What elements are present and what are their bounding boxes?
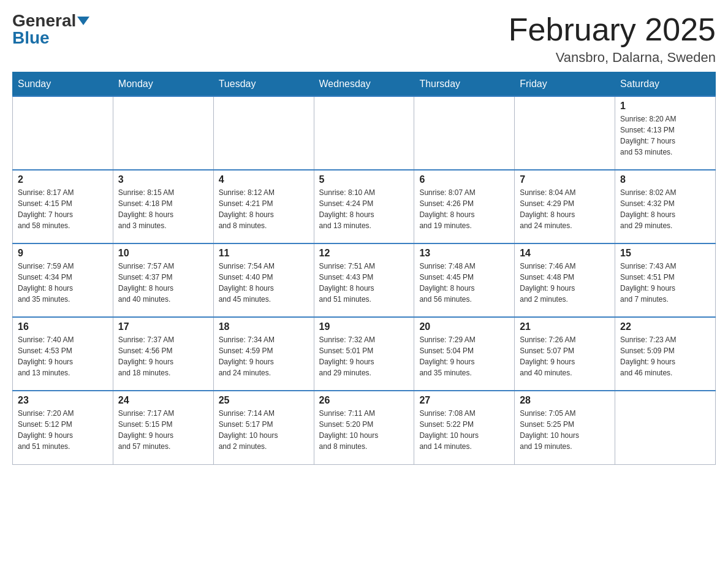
- day-number: 6: [419, 174, 509, 185]
- day-number: 7: [520, 174, 610, 185]
- weekday-header-friday: Friday: [515, 72, 615, 97]
- week-row-1: 1Sunrise: 8:20 AM Sunset: 4:13 PM Daylig…: [13, 96, 716, 170]
- day-number: 22: [620, 321, 710, 332]
- day-info: Sunrise: 7:20 AM Sunset: 5:12 PM Dayligh…: [18, 408, 108, 452]
- day-info: Sunrise: 8:10 AM Sunset: 4:24 PM Dayligh…: [319, 187, 409, 231]
- day-number: 18: [219, 321, 309, 332]
- day-info: Sunrise: 7:05 AM Sunset: 5:25 PM Dayligh…: [520, 408, 610, 452]
- calendar-cell: 22Sunrise: 7:23 AM Sunset: 5:09 PM Dayli…: [615, 317, 716, 391]
- week-row-4: 16Sunrise: 7:40 AM Sunset: 4:53 PM Dayli…: [13, 317, 716, 391]
- calendar-cell: [213, 96, 314, 170]
- day-number: 1: [620, 101, 710, 112]
- week-row-2: 2Sunrise: 8:17 AM Sunset: 4:15 PM Daylig…: [13, 170, 716, 243]
- day-info: Sunrise: 8:12 AM Sunset: 4:21 PM Dayligh…: [219, 187, 309, 231]
- day-number: 16: [18, 321, 108, 332]
- day-number: 28: [520, 395, 610, 406]
- calendar-cell: [113, 96, 213, 170]
- day-info: Sunrise: 7:59 AM Sunset: 4:34 PM Dayligh…: [18, 261, 108, 305]
- calendar-cell: 7Sunrise: 8:04 AM Sunset: 4:29 PM Daylig…: [515, 170, 615, 243]
- day-info: Sunrise: 7:29 AM Sunset: 5:04 PM Dayligh…: [419, 334, 509, 378]
- day-info: Sunrise: 7:37 AM Sunset: 4:56 PM Dayligh…: [118, 334, 208, 378]
- day-info: Sunrise: 8:17 AM Sunset: 4:15 PM Dayligh…: [18, 187, 108, 231]
- weekday-header-thursday: Thursday: [414, 72, 515, 97]
- day-info: Sunrise: 8:07 AM Sunset: 4:26 PM Dayligh…: [419, 187, 509, 231]
- day-info: Sunrise: 8:02 AM Sunset: 4:32 PM Dayligh…: [620, 187, 710, 231]
- week-row-3: 9Sunrise: 7:59 AM Sunset: 4:34 PM Daylig…: [13, 243, 716, 317]
- logo-blue-text: Blue: [12, 29, 50, 47]
- calendar-cell: [414, 96, 515, 170]
- day-info: Sunrise: 7:14 AM Sunset: 5:17 PM Dayligh…: [219, 408, 309, 452]
- calendar-cell: 19Sunrise: 7:32 AM Sunset: 5:01 PM Dayli…: [314, 317, 414, 391]
- calendar-cell: 2Sunrise: 8:17 AM Sunset: 4:15 PM Daylig…: [13, 170, 113, 243]
- day-number: 8: [620, 174, 710, 185]
- month-title: February 2025: [509, 12, 716, 47]
- day-info: Sunrise: 7:08 AM Sunset: 5:22 PM Dayligh…: [419, 408, 509, 452]
- logo-triangle-icon: [77, 17, 89, 25]
- day-number: 25: [219, 395, 309, 406]
- location-title: Vansbro, Dalarna, Sweden: [509, 50, 716, 66]
- day-number: 26: [319, 395, 409, 406]
- day-number: 10: [118, 248, 208, 259]
- day-number: 21: [520, 321, 610, 332]
- day-info: Sunrise: 7:48 AM Sunset: 4:45 PM Dayligh…: [419, 261, 509, 305]
- calendar-cell: 18Sunrise: 7:34 AM Sunset: 4:59 PM Dayli…: [213, 317, 314, 391]
- day-number: 15: [620, 248, 710, 259]
- day-info: Sunrise: 8:20 AM Sunset: 4:13 PM Dayligh…: [620, 113, 710, 158]
- day-info: Sunrise: 8:15 AM Sunset: 4:18 PM Dayligh…: [118, 187, 208, 231]
- day-number: 3: [118, 174, 208, 185]
- day-info: Sunrise: 7:32 AM Sunset: 5:01 PM Dayligh…: [319, 334, 409, 378]
- calendar-cell: 9Sunrise: 7:59 AM Sunset: 4:34 PM Daylig…: [13, 243, 113, 317]
- calendar-table: SundayMondayTuesdayWednesdayThursdayFrid…: [12, 72, 716, 465]
- day-number: 11: [219, 248, 309, 259]
- day-info: Sunrise: 7:26 AM Sunset: 5:07 PM Dayligh…: [520, 334, 610, 378]
- calendar-cell: 14Sunrise: 7:46 AM Sunset: 4:48 PM Dayli…: [515, 243, 615, 317]
- calendar-cell: 5Sunrise: 8:10 AM Sunset: 4:24 PM Daylig…: [314, 170, 414, 243]
- week-row-5: 23Sunrise: 7:20 AM Sunset: 5:12 PM Dayli…: [13, 391, 716, 464]
- calendar-cell: 1Sunrise: 8:20 AM Sunset: 4:13 PM Daylig…: [615, 96, 716, 170]
- day-number: 14: [520, 248, 610, 259]
- calendar-cell: 13Sunrise: 7:48 AM Sunset: 4:45 PM Dayli…: [414, 243, 515, 317]
- calendar-cell: 27Sunrise: 7:08 AM Sunset: 5:22 PM Dayli…: [414, 391, 515, 464]
- calendar-cell: [314, 96, 414, 170]
- calendar-cell: 24Sunrise: 7:17 AM Sunset: 5:15 PM Dayli…: [113, 391, 213, 464]
- weekday-header-wednesday: Wednesday: [314, 72, 414, 97]
- weekday-header-monday: Monday: [113, 72, 213, 97]
- day-number: 17: [118, 321, 208, 332]
- calendar-cell: 28Sunrise: 7:05 AM Sunset: 5:25 PM Dayli…: [515, 391, 615, 464]
- calendar-header-row: SundayMondayTuesdayWednesdayThursdayFrid…: [13, 72, 716, 97]
- calendar-cell: 3Sunrise: 8:15 AM Sunset: 4:18 PM Daylig…: [113, 170, 213, 243]
- day-info: Sunrise: 7:43 AM Sunset: 4:51 PM Dayligh…: [620, 261, 710, 305]
- day-info: Sunrise: 7:11 AM Sunset: 5:20 PM Dayligh…: [319, 408, 409, 452]
- calendar-cell: [615, 391, 716, 464]
- day-info: Sunrise: 7:34 AM Sunset: 4:59 PM Dayligh…: [219, 334, 309, 378]
- day-number: 12: [319, 248, 409, 259]
- weekday-header-tuesday: Tuesday: [213, 72, 314, 97]
- calendar-cell: [515, 96, 615, 170]
- day-number: 2: [18, 174, 108, 185]
- calendar-cell: 12Sunrise: 7:51 AM Sunset: 4:43 PM Dayli…: [314, 243, 414, 317]
- day-info: Sunrise: 7:54 AM Sunset: 4:40 PM Dayligh…: [219, 261, 309, 305]
- day-number: 23: [18, 395, 108, 406]
- calendar-cell: 17Sunrise: 7:37 AM Sunset: 4:56 PM Dayli…: [113, 317, 213, 391]
- day-info: Sunrise: 7:40 AM Sunset: 4:53 PM Dayligh…: [18, 334, 108, 378]
- calendar-cell: 26Sunrise: 7:11 AM Sunset: 5:20 PM Dayli…: [314, 391, 414, 464]
- day-info: Sunrise: 7:17 AM Sunset: 5:15 PM Dayligh…: [118, 408, 208, 452]
- day-info: Sunrise: 7:46 AM Sunset: 4:48 PM Dayligh…: [520, 261, 610, 305]
- title-block: February 2025 Vansbro, Dalarna, Sweden: [509, 12, 716, 66]
- day-number: 20: [419, 321, 509, 332]
- calendar-cell: 8Sunrise: 8:02 AM Sunset: 4:32 PM Daylig…: [615, 170, 716, 243]
- weekday-header-sunday: Sunday: [13, 72, 113, 97]
- day-info: Sunrise: 8:04 AM Sunset: 4:29 PM Dayligh…: [520, 187, 610, 231]
- logo-general-text: General: [12, 12, 76, 29]
- page-header: General Blue February 2025 Vansbro, Dala…: [12, 12, 716, 66]
- logo: General Blue: [12, 12, 89, 47]
- calendar-cell: 23Sunrise: 7:20 AM Sunset: 5:12 PM Dayli…: [13, 391, 113, 464]
- calendar-cell: [13, 96, 113, 170]
- calendar-cell: 21Sunrise: 7:26 AM Sunset: 5:07 PM Dayli…: [515, 317, 615, 391]
- calendar-cell: 25Sunrise: 7:14 AM Sunset: 5:17 PM Dayli…: [213, 391, 314, 464]
- day-number: 5: [319, 174, 409, 185]
- day-number: 27: [419, 395, 509, 406]
- day-number: 4: [219, 174, 309, 185]
- day-info: Sunrise: 7:57 AM Sunset: 4:37 PM Dayligh…: [118, 261, 208, 305]
- calendar-cell: 16Sunrise: 7:40 AM Sunset: 4:53 PM Dayli…: [13, 317, 113, 391]
